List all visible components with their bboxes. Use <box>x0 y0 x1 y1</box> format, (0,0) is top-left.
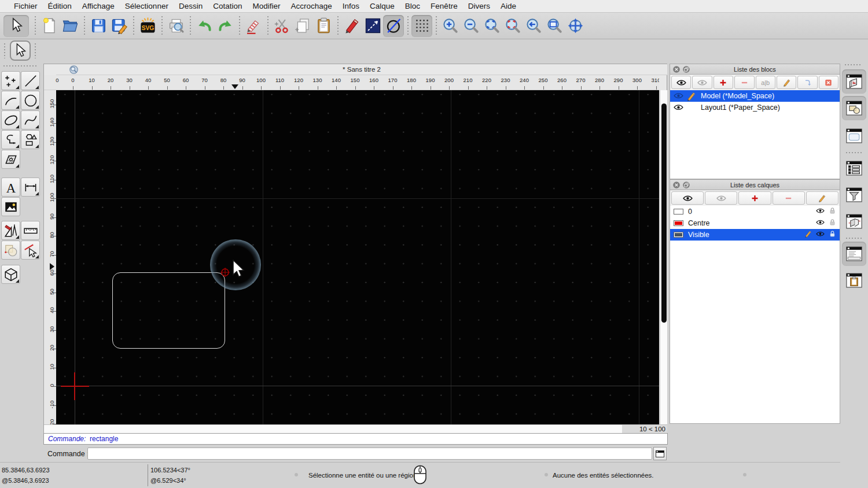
image-tool[interactable] <box>1 197 20 216</box>
ellipse-tool[interactable] <box>1 110 20 130</box>
minus-button[interactable] <box>734 76 754 89</box>
drawn-rounded-rectangle[interactable] <box>112 272 225 349</box>
layer-color-swatch[interactable] <box>674 209 683 215</box>
drawing-canvas[interactable] <box>56 90 659 424</box>
select-tool-toolbar-button[interactable] <box>3 15 29 37</box>
save-as-button[interactable] <box>109 15 130 37</box>
eye-icon[interactable] <box>816 207 825 216</box>
blocks-panel-toggle[interactable] <box>842 69 866 94</box>
text-tool[interactable]: A <box>1 178 20 197</box>
zoom-pan-button[interactable] <box>565 15 586 37</box>
remove-x-button[interactable] <box>819 76 838 89</box>
zoom-previous-button[interactable] <box>523 15 544 37</box>
pencil-icon[interactable] <box>804 230 812 239</box>
copy-button[interactable] <box>292 15 313 37</box>
polyline-tool[interactable] <box>1 130 20 149</box>
eraser-button[interactable] <box>243 15 264 37</box>
ruler-tool[interactable] <box>21 221 40 240</box>
hatch-tool[interactable] <box>1 150 20 169</box>
menu-item[interactable]: Calque <box>365 2 400 10</box>
lock-icon[interactable] <box>828 219 837 228</box>
eye-icon[interactable] <box>816 219 825 228</box>
line-properties-button[interactable] <box>362 15 383 37</box>
cut-button[interactable] <box>271 15 292 37</box>
delete-entity-tool[interactable] <box>21 241 40 260</box>
block-row[interactable]: Layout1 (*Paper_Space) <box>670 102 840 113</box>
open-folder-button[interactable] <box>60 15 80 37</box>
zoom-out-button[interactable] <box>461 15 481 37</box>
command-input[interactable] <box>87 448 652 460</box>
redo-button[interactable] <box>215 15 236 37</box>
undo-button[interactable] <box>194 15 215 37</box>
minus-button[interactable] <box>773 191 805 205</box>
pencil-icon[interactable] <box>686 91 696 101</box>
save-button[interactable] <box>88 15 109 37</box>
filter-panel-toggle[interactable] <box>842 183 866 207</box>
vertical-scrollbar[interactable] <box>660 90 667 424</box>
line-tool[interactable] <box>21 71 40 90</box>
command-options-button[interactable] <box>653 447 667 460</box>
eye-button[interactable] <box>671 191 704 205</box>
wall-tool-toggle[interactable] <box>842 209 866 234</box>
panel-header-blocks[interactable]: Liste des blocs <box>670 64 840 75</box>
lock-blue-icon[interactable] <box>828 230 837 239</box>
eye-gray-button[interactable] <box>692 76 712 89</box>
menu-item[interactable]: Aide <box>495 2 521 10</box>
layers-panel-toggle[interactable] <box>842 96 866 120</box>
eye-icon[interactable] <box>674 93 683 99</box>
palette-drag-handle[interactable] <box>3 65 38 66</box>
pencil-button[interactable] <box>777 76 796 89</box>
draw-pen-button[interactable] <box>341 15 362 37</box>
command-panel-toggle[interactable] <box>842 242 866 266</box>
horizontal-scrollbar[interactable]: 10 < 100 <box>44 424 667 434</box>
circle-tool[interactable] <box>21 91 40 110</box>
print-preview-button[interactable] <box>165 15 186 37</box>
menu-item[interactable]: Fichier <box>9 2 43 10</box>
new-document-button[interactable] <box>39 15 60 37</box>
eye-icon[interactable] <box>816 230 825 239</box>
lock-icon[interactable] <box>828 207 837 216</box>
eye-icon[interactable] <box>674 104 683 110</box>
menu-item[interactable]: Fenêtre <box>425 2 463 10</box>
menu-item[interactable]: Dessin <box>174 2 208 10</box>
clipboard-panel-toggle[interactable] <box>842 268 866 293</box>
layer-row[interactable]: Centre <box>670 217 840 229</box>
document-titlebar[interactable]: * Sans titre 2 <box>56 64 667 75</box>
zoom-in-button[interactable] <box>440 15 461 37</box>
menu-item[interactable]: Accrochage <box>285 2 337 10</box>
plus-button[interactable] <box>713 76 733 89</box>
zoom-redraw-button[interactable] <box>502 15 523 37</box>
rename-ab-button[interactable]: a|b <box>756 76 775 89</box>
menu-item[interactable]: Édition <box>43 2 77 10</box>
block-row[interactable]: Model (*Model_Space) <box>670 90 840 102</box>
menu-item[interactable]: Sélectionner <box>120 2 174 10</box>
polygon-tool[interactable] <box>21 130 40 149</box>
menu-item[interactable]: Infos <box>337 2 365 10</box>
plus-button[interactable] <box>738 191 771 205</box>
menu-item[interactable]: Cotation <box>208 2 247 10</box>
draft-tools-tool[interactable] <box>1 221 20 240</box>
toolbar-drag-handle[interactable] <box>4 43 5 58</box>
dock-drag-handle[interactable] <box>845 64 862 65</box>
arc-tool[interactable] <box>1 91 20 110</box>
eye-gray-button[interactable] <box>705 191 737 205</box>
menu-item[interactable]: Bloc <box>400 2 425 10</box>
eye-button[interactable] <box>671 76 691 89</box>
vertical-scrollbar-thumb[interactable] <box>661 103 667 323</box>
modify-tool[interactable] <box>1 241 20 260</box>
layer-row[interactable]: Visible <box>670 229 840 241</box>
paste-button[interactable] <box>313 15 334 37</box>
dimension-tool[interactable] <box>21 178 40 197</box>
layer-color-swatch[interactable] <box>674 232 683 238</box>
library-panel-toggle[interactable] <box>842 124 866 148</box>
block-cube-tool[interactable] <box>1 265 20 284</box>
panel-header-layers[interactable]: Liste des calques <box>670 179 840 190</box>
circle-slash-button[interactable] <box>383 15 404 37</box>
pencil-button[interactable] <box>806 191 838 205</box>
zoom-auto-button[interactable] <box>481 15 502 37</box>
menu-item[interactable]: Divers <box>463 2 495 10</box>
zoom-window-button[interactable] <box>544 15 565 37</box>
layer-row[interactable]: 0 <box>670 206 840 217</box>
toolbar-drag-handle[interactable] <box>35 43 36 58</box>
grid-toggle-button[interactable] <box>411 15 432 37</box>
